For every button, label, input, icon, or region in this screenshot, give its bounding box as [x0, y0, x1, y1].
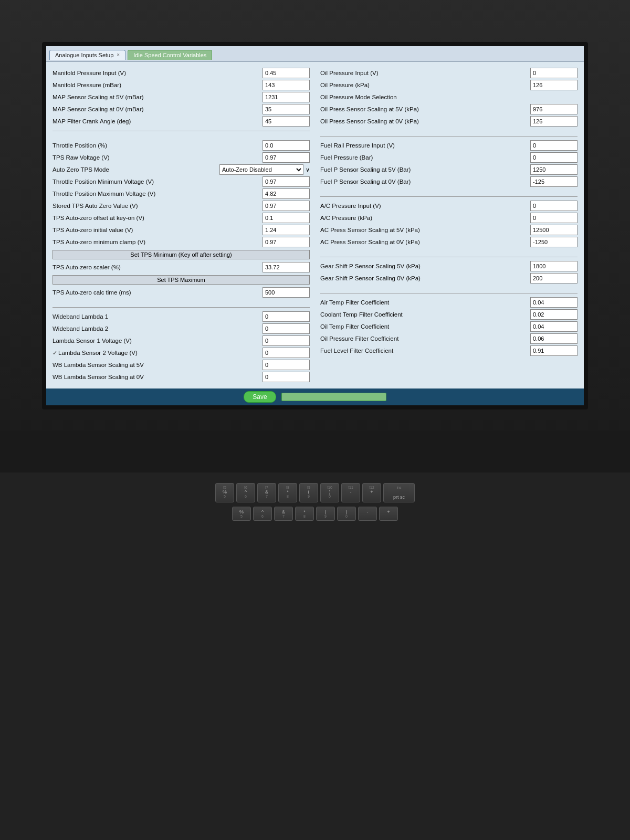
- left-column: Manifold Pressure Input (V) Manifold Pre…: [52, 67, 310, 383]
- lambda-sensor1-voltage-field[interactable]: [262, 335, 310, 346]
- map-5v-field[interactable]: [262, 92, 310, 102]
- throttle-pos-field[interactable]: [262, 140, 310, 151]
- oil-pressure-input-label: Oil Pressure Input (V): [320, 70, 530, 76]
- gear-shift-section: Gear Shift P Sensor Scaling 5V (kPa) Gea…: [320, 260, 578, 285]
- tps-autozero-offset-row: TPS Auto-zero offset at key-on (V): [52, 212, 310, 224]
- tab-idle-label: Idle Speed Control Variables: [133, 52, 206, 58]
- key-rparen-0[interactable]: )0: [337, 507, 356, 521]
- tps-autozero-initial-field[interactable]: [262, 225, 310, 235]
- key-f8[interactable]: f8*8: [278, 483, 297, 502]
- ac-pressure-kpa-label: A/C Pressure (kPa): [320, 215, 530, 221]
- stored-tps-field[interactable]: [262, 201, 310, 211]
- wideband-lambda2-label: Wideband Lambda 2: [52, 326, 262, 332]
- tps-autozero-clamp-row: TPS Auto-zero minimum clamp (V): [52, 236, 310, 248]
- wb-lambda-5v-label: WB Lambda Sensor Scaling at 5V: [52, 362, 262, 368]
- key-caret-6[interactable]: ^6: [253, 507, 272, 521]
- save-button[interactable]: Save: [244, 391, 276, 403]
- map-filter-field[interactable]: [262, 116, 310, 127]
- oil-pressure-input-field[interactable]: [530, 68, 578, 78]
- tps-max-voltage-field[interactable]: [262, 188, 310, 199]
- key-f12[interactable]: f12+: [362, 483, 381, 502]
- key-amp-7[interactable]: &7: [274, 507, 293, 521]
- right-column: Oil Pressure Input (V) Oil Pressure (kPa…: [320, 67, 578, 383]
- key-f5[interactable]: f5%5: [215, 483, 234, 502]
- tps-min-voltage-field[interactable]: [262, 176, 310, 187]
- divider-r1: [320, 136, 578, 136]
- manifold-pressure-mbar-row: Manifold Pressure (mBar): [52, 79, 310, 91]
- key-f7[interactable]: f7&7: [257, 483, 276, 502]
- tps-autozero-scaler-field[interactable]: [262, 262, 310, 272]
- tps-autozero-initial-row: TPS Auto-zero initial value (V): [52, 224, 310, 236]
- fuel-pressure-label: Fuel Pressure (Bar): [320, 154, 530, 161]
- coolant-temp-filter-field[interactable]: [530, 309, 578, 320]
- tps-autozero-clamp-field[interactable]: [262, 237, 310, 247]
- manifold-pressure-mbar-field[interactable]: [262, 80, 310, 90]
- wideband-lambda1-field[interactable]: [262, 311, 310, 322]
- ac-press-0v-label: AC Press Sensor Scaling at 0V (kPa): [320, 239, 530, 245]
- tab-close-icon[interactable]: ×: [117, 52, 120, 58]
- key-percent-5[interactable]: %5: [232, 507, 251, 521]
- oil-press-5v-field[interactable]: [530, 104, 578, 114]
- spacer-1: [52, 134, 310, 139]
- key-ins-prtsc[interactable]: insprt sc: [383, 483, 415, 502]
- dropdown-arrow-icon: ∨: [306, 166, 310, 173]
- oil-pressure-filter-field[interactable]: [530, 333, 578, 344]
- spacer-2: [52, 300, 310, 304]
- gear-shift-5v-field[interactable]: [530, 261, 578, 271]
- ac-pressure-kpa-field[interactable]: [530, 213, 578, 223]
- map-filter-row: MAP Filter Crank Angle (deg): [52, 116, 310, 127]
- lambda-sensor1-voltage-label: Lambda Sensor 1 Voltage (V): [52, 338, 262, 344]
- fuel-pressure-field[interactable]: [530, 152, 578, 163]
- tab-idle-speed[interactable]: Idle Speed Control Variables: [128, 50, 212, 60]
- oil-press-0v-row: Oil Press Sensor Scaling at 0V (kPa): [320, 116, 578, 127]
- ac-press-5v-field[interactable]: [530, 225, 578, 235]
- tps-raw-voltage-field[interactable]: [262, 152, 310, 163]
- key-f9[interactable]: f9(9: [299, 483, 318, 502]
- fuel-level-filter-field[interactable]: [530, 345, 578, 356]
- gear-shift-0v-field[interactable]: [530, 273, 578, 284]
- wb-lambda-0v-row: WB Lambda Sensor Scaling at 0V: [52, 371, 310, 383]
- progress-bar: [281, 393, 386, 401]
- set-tps-max-button[interactable]: Set TPS Maximum: [52, 275, 310, 285]
- wb-lambda-5v-field[interactable]: [262, 360, 310, 370]
- auto-zero-mode-select[interactable]: Auto-Zero Disabled Auto-Zero Enabled: [219, 164, 303, 175]
- oil-temp-filter-field[interactable]: [530, 321, 578, 332]
- key-lparen-9[interactable]: (9: [316, 507, 335, 521]
- tps-autozero-offset-field[interactable]: [262, 213, 310, 223]
- lambda-sensor2-voltage-field[interactable]: [262, 348, 310, 358]
- status-bar: Save: [46, 388, 584, 405]
- manifold-pressure-input-field[interactable]: [262, 68, 310, 78]
- map-0v-field[interactable]: [262, 104, 310, 114]
- fuel-p-5v-field[interactable]: [530, 164, 578, 175]
- ac-press-0v-field[interactable]: [530, 237, 578, 247]
- fuel-rail-input-field[interactable]: [530, 140, 578, 151]
- set-tps-min-button[interactable]: Set TPS Minimum (Key off after setting): [52, 250, 310, 259]
- key-f6[interactable]: f6^6: [236, 483, 255, 502]
- key-plus[interactable]: +: [379, 507, 398, 521]
- tps-autozero-clamp-label: TPS Auto-zero minimum clamp (V): [52, 239, 262, 245]
- key-minus[interactable]: -: [358, 507, 377, 521]
- set-tps-min-row: Set TPS Minimum (Key off after setting): [52, 249, 310, 260]
- map-5v-label: MAP Sensor Scaling at 5V (mBar): [52, 94, 262, 100]
- key-star-8[interactable]: *8: [295, 507, 314, 521]
- throttle-pos-row: Throttle Position (%): [52, 140, 310, 151]
- tps-max-voltage-label: Throttle Position Maximum Voltage (V): [52, 191, 262, 197]
- tps-autozero-calctime-field[interactable]: [262, 287, 310, 298]
- oil-pressure-kpa-field[interactable]: [530, 80, 578, 90]
- divider-r2: [320, 196, 578, 197]
- fuel-p-0v-field[interactable]: [530, 176, 578, 187]
- wb-lambda-0v-field[interactable]: [262, 372, 310, 382]
- wideband-lambda2-field[interactable]: [262, 323, 310, 334]
- divider-2: [52, 307, 310, 308]
- tab-analogue-inputs[interactable]: Analogue Inputs Setup ×: [49, 50, 125, 60]
- key-f10[interactable]: f10)0: [320, 483, 339, 502]
- air-temp-filter-field[interactable]: [530, 297, 578, 308]
- lambda-sensor1-voltage-row: Lambda Sensor 1 Voltage (V): [52, 335, 310, 346]
- oil-pressure-kpa-row: Oil Pressure (kPa): [320, 79, 578, 91]
- ac-pressure-input-field[interactable]: [530, 201, 578, 211]
- tps-autozero-scaler-row: TPS Auto-zero scaler (%): [52, 261, 310, 273]
- check-icon: ✓: [52, 350, 57, 356]
- fuel-rail-input-label: Fuel Rail Pressure Input (V): [320, 142, 530, 149]
- oil-press-0v-field[interactable]: [530, 116, 578, 127]
- key-f11[interactable]: f11-: [341, 483, 360, 502]
